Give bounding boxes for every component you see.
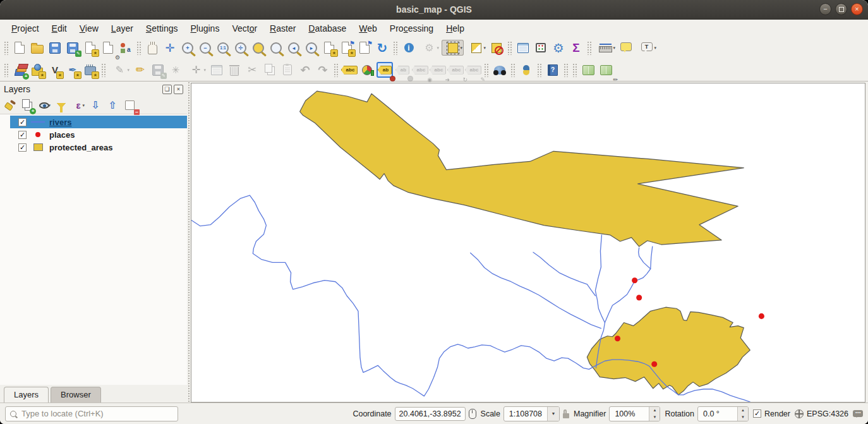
layout-manager-button[interactable]: ⚙ (100, 40, 116, 56)
maximize-button[interactable] (835, 3, 847, 15)
menu-vector[interactable]: Vector (226, 21, 263, 36)
help-contents-button[interactable]: ? (545, 62, 561, 78)
bookmark-manager-button[interactable]: ⚑ (356, 40, 373, 56)
menu-edit[interactable]: Edit (45, 21, 73, 36)
panel-close-button[interactable]: × (174, 85, 183, 94)
map-plugin-2-button[interactable]: ✏ (598, 62, 614, 78)
zoom-out-button[interactable]: − (197, 40, 214, 56)
highlight-pinned-labels-icon: ab (395, 66, 409, 75)
save-project-as-button[interactable]: ✎ (64, 40, 81, 56)
extents-toggle-icon[interactable] (469, 409, 476, 419)
render-checkbox[interactable]: ✓ (753, 409, 761, 418)
new-shapefile-layer-button[interactable]: V★ (47, 62, 63, 78)
text-annotation-button[interactable]: T▾ (636, 40, 658, 56)
layer-checkbox[interactable]: ✓ (18, 143, 27, 152)
show-spatial-bookmarks-button[interactable]: ★⚑ (339, 40, 355, 56)
menu-layer[interactable]: Layer (105, 21, 140, 36)
close-button[interactable]: × (851, 3, 863, 15)
panel-float-button[interactable]: ❏ (162, 85, 172, 94)
filter-by-expression-button[interactable]: ε▾ (71, 98, 86, 112)
tab-browser[interactable]: Browser (51, 387, 101, 403)
layer-checkbox[interactable]: ✓ (18, 118, 27, 126)
save-project-button[interactable] (47, 40, 63, 56)
menu-web[interactable]: Web (353, 21, 383, 36)
chevron-down-icon[interactable]: ▼ (547, 407, 559, 421)
pan-map-button[interactable] (144, 40, 160, 56)
statistical-summary-button[interactable]: Σ (568, 40, 584, 56)
new-print-layout-button[interactable]: ★ (82, 40, 99, 56)
map-canvas[interactable] (191, 83, 865, 403)
toggle-editing-button[interactable]: ✏ (132, 62, 148, 78)
new-spatialite-layer-button[interactable]: ✒★ (64, 62, 81, 78)
coordinate-input[interactable] (395, 407, 466, 421)
magnifier-value: 100% (610, 407, 649, 421)
zoom-in-button[interactable]: + (179, 40, 196, 56)
collapse-all-button[interactable]: ⇧ (105, 98, 120, 112)
manage-map-themes-button[interactable]: ▾ (37, 98, 52, 112)
layer-diagram-options-button[interactable] (359, 62, 375, 78)
identify-features-button[interactable]: i (401, 40, 417, 56)
magnifier-spinner[interactable]: 100% ▲▼ (609, 406, 660, 421)
field-calculator-button[interactable] (533, 40, 549, 56)
map-tips-button[interactable] (618, 40, 634, 56)
rotation-spinner[interactable]: 0.0 ° ▲▼ (697, 406, 749, 421)
python-console-button[interactable] (518, 62, 534, 78)
zoom-last-button[interactable]: ◂ (286, 40, 302, 56)
data-source-manager-button[interactable]: + (11, 62, 28, 78)
crs-value[interactable]: EPSG:4326 (807, 409, 848, 418)
new-geopackage-layer-button[interactable]: ★ (29, 62, 45, 78)
open-project-button[interactable] (29, 40, 45, 56)
remove-layer-button[interactable]: – (122, 98, 137, 112)
spinner-arrows[interactable]: ▲▼ (649, 407, 660, 421)
messages-button[interactable]: ⋯ (853, 410, 863, 417)
layer-row-protected_areas[interactable]: ✓protected_areas (10, 141, 187, 154)
menu-settings[interactable]: Settings (140, 21, 184, 36)
layout-manager-icon (103, 42, 113, 54)
refresh-map-button[interactable]: ↻ (374, 40, 390, 56)
menu-database[interactable]: Database (302, 21, 353, 36)
refresh-map-icon: ↻ (377, 42, 388, 54)
locator-input[interactable] (20, 408, 173, 419)
zoom-native-button[interactable]: 1:1 (215, 40, 231, 56)
pin-unpin-labels-button[interactable]: ab (377, 62, 393, 78)
menu-plugins[interactable]: Plugins (184, 21, 226, 36)
processing-toolbox-button[interactable]: ⚙ (550, 40, 567, 56)
expand-all-button[interactable]: ⇩ (88, 98, 103, 112)
spinner-arrows[interactable]: ▲▼ (737, 407, 748, 421)
map-tips-icon (620, 42, 632, 51)
layer-row-places[interactable]: ✓places (10, 128, 187, 141)
new-project-button[interactable] (11, 40, 28, 56)
menu-raster[interactable]: Raster (263, 21, 302, 36)
layer-labeling-options-button[interactable]: abc (341, 62, 358, 78)
menu-project[interactable]: Project (5, 21, 45, 36)
zoom-next-button[interactable]: ▸ (303, 40, 320, 56)
zoom-to-selection-button[interactable] (250, 40, 267, 56)
menu-processing[interactable]: Processing (383, 21, 440, 36)
style-manager-button[interactable]: a (118, 40, 134, 56)
style-manager-icon: a (121, 42, 131, 53)
map-plugin-1-button[interactable] (580, 62, 596, 78)
minimize-button[interactable]: − (819, 3, 831, 15)
scale-combo[interactable]: 1:108708 ▼ (503, 406, 560, 421)
zoom-full-button[interactable]: ✛ (232, 40, 249, 56)
layer-row-rivers[interactable]: ✓rivers (10, 116, 187, 128)
select-features-button[interactable]: ▾ (442, 40, 464, 56)
scale-label: Scale (481, 409, 500, 418)
tab-layers[interactable]: Layers (4, 387, 49, 403)
deselect-all-button[interactable] (488, 40, 505, 56)
new-spatial-bookmark-button[interactable]: ★ (321, 40, 337, 56)
measure-line-button[interactable]: ▾ (594, 40, 617, 56)
menu-view[interactable]: View (73, 21, 105, 36)
new-virtual-layer-button[interactable]: ★ (82, 62, 99, 78)
layer-checkbox[interactable]: ✓ (18, 131, 27, 139)
zoom-to-layer-button[interactable] (268, 40, 284, 56)
metasearch-button[interactable] (491, 62, 508, 78)
pan-to-selection-button[interactable]: ✛ (162, 40, 178, 56)
add-group-button[interactable]: + (20, 98, 35, 112)
open-attribute-table-button[interactable] (515, 40, 531, 56)
lock-icon[interactable] (563, 413, 569, 418)
open-layer-styling-button[interactable] (3, 98, 18, 112)
filter-legend-button[interactable] (54, 98, 69, 112)
menu-help[interactable]: Help (440, 21, 471, 36)
select-features-by-value-button[interactable]: ▾ (465, 40, 487, 56)
